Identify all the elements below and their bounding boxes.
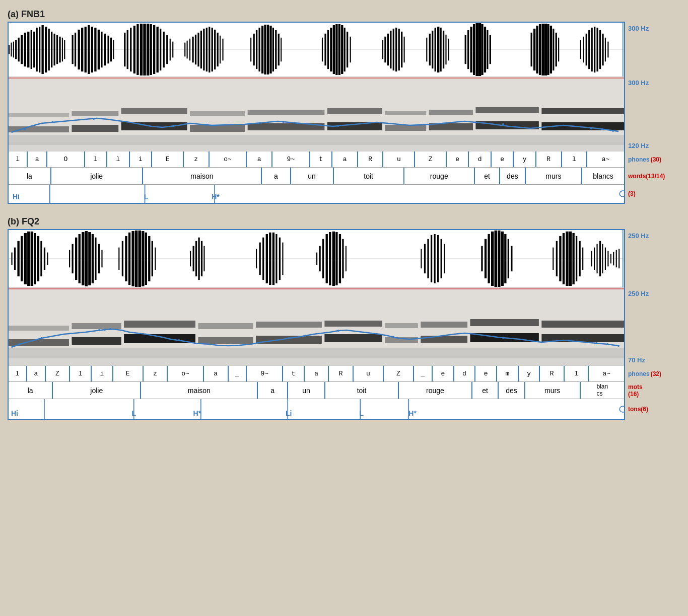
svg-rect-300	[324, 321, 382, 327]
phone-cell: d	[469, 151, 492, 167]
svg-rect-80	[322, 38, 323, 62]
svg-point-169	[172, 125, 174, 127]
svg-rect-157	[248, 110, 325, 115]
svg-rect-117	[487, 30, 488, 69]
svg-rect-146	[190, 125, 245, 132]
svg-rect-286	[72, 337, 121, 345]
phone-cell: O	[47, 151, 85, 167]
svg-rect-109	[465, 35, 466, 64]
svg-rect-40	[133, 26, 135, 73]
phone-cell: 9~	[272, 151, 310, 167]
svg-point-310	[98, 329, 100, 331]
phone-cell: 9~	[247, 366, 283, 381]
phone-cell: l	[70, 366, 92, 381]
svg-point-176	[601, 128, 603, 130]
svg-rect-44	[147, 24, 149, 75]
svg-rect-193	[40, 241, 42, 276]
svg-rect-154	[72, 111, 118, 116]
svg-rect-116	[484, 27, 486, 72]
phone-cell: R	[540, 366, 565, 381]
svg-rect-218	[155, 248, 156, 270]
phone-cell: m	[497, 366, 519, 381]
svg-rect-59	[200, 31, 202, 68]
svg-rect-220	[193, 246, 194, 272]
svg-rect-227	[262, 238, 264, 280]
svg-rect-210	[128, 233, 130, 285]
svg-rect-133	[588, 30, 590, 69]
svg-rect-3	[11, 43, 12, 57]
svg-rect-132	[586, 34, 587, 65]
svg-rect-95	[393, 29, 394, 70]
svg-rect-103	[435, 28, 436, 71]
phone-cell: e	[447, 151, 469, 167]
svg-rect-124	[544, 24, 547, 75]
words-label-b: mots	[628, 383, 680, 391]
word-cell: a	[262, 168, 291, 184]
word-cell: un	[291, 168, 334, 184]
phone-cell: a	[305, 366, 329, 381]
svg-rect-55	[189, 39, 190, 61]
svg-rect-212	[135, 230, 137, 287]
svg-point-313	[178, 339, 180, 341]
svg-point-315	[304, 335, 306, 337]
svg-rect-69	[253, 34, 255, 65]
svg-rect-43	[143, 24, 146, 75]
phones-count-b: (32)	[651, 370, 661, 377]
svg-rect-10	[31, 30, 32, 69]
phone-cell: R	[536, 151, 562, 167]
svg-rect-123	[541, 24, 544, 75]
section-a-label: (a) FNB1	[8, 9, 680, 20]
svg-rect-209	[125, 236, 127, 281]
svg-rect-118	[490, 35, 491, 64]
svg-rect-62	[209, 27, 210, 72]
svg-rect-235	[319, 246, 320, 272]
svg-rect-243	[346, 246, 347, 272]
svg-rect-21	[62, 38, 63, 62]
svg-rect-78	[278, 34, 280, 65]
word-cell: a	[258, 382, 288, 399]
svg-rect-96	[395, 28, 397, 71]
svg-rect-84	[333, 25, 335, 74]
phone-cell: a	[28, 151, 47, 167]
phone-cell: z	[184, 151, 210, 167]
spectrogram-fq2	[9, 288, 624, 366]
svg-rect-28	[88, 25, 90, 74]
svg-rect-18	[53, 34, 55, 65]
phone-cell: l	[562, 151, 588, 167]
hz-top-label-b: 250 Hz	[628, 232, 649, 240]
svg-rect-282	[618, 249, 620, 269]
svg-rect-198	[75, 238, 77, 280]
svg-rect-250	[441, 239, 442, 278]
phone-cell: _	[414, 366, 433, 381]
phone-cell: _	[229, 366, 247, 381]
phone-cell: u	[354, 366, 384, 381]
svg-point-314	[288, 337, 290, 339]
svg-rect-184	[11, 253, 12, 265]
svg-rect-92	[384, 37, 386, 63]
phone-cell: l	[85, 151, 108, 167]
svg-rect-273	[594, 248, 595, 270]
svg-point-320	[606, 343, 608, 345]
tones-count-a: (3)	[628, 190, 636, 197]
word-cell: toit	[334, 168, 404, 184]
svg-rect-6	[18, 38, 20, 62]
svg-rect-91	[382, 40, 383, 59]
phone-cell: R	[329, 366, 354, 381]
svg-rect-211	[131, 231, 134, 286]
svg-point-174	[502, 123, 504, 125]
svg-rect-241	[339, 234, 341, 283]
phone-cell: Z	[415, 151, 447, 167]
word-cell: la	[9, 168, 51, 184]
svg-rect-126	[550, 26, 552, 73]
svg-rect-46	[153, 25, 155, 74]
svg-rect-261	[511, 246, 512, 272]
svg-rect-268	[572, 233, 574, 284]
svg-rect-5	[15, 40, 17, 59]
phone-cell: l	[9, 366, 27, 381]
svg-rect-27	[85, 27, 87, 72]
svg-rect-302	[421, 322, 467, 328]
phones-row-fnb1: l a O l l i E z o~ a 9~ t a R u Z e d e …	[9, 151, 624, 168]
svg-rect-94	[390, 31, 391, 68]
phone-cell: o~	[210, 151, 247, 167]
svg-rect-292	[421, 336, 467, 343]
